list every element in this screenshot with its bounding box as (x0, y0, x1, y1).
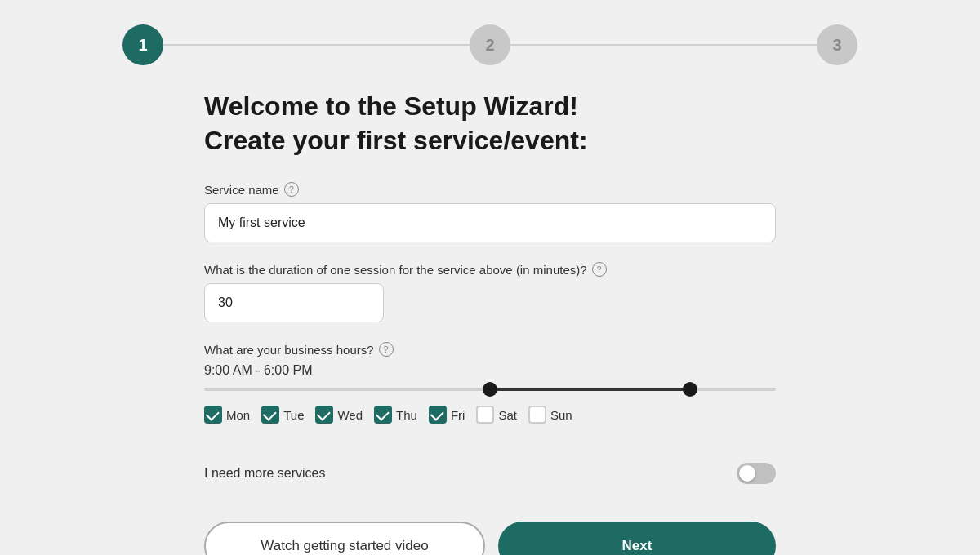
day-checkbox-wed[interactable] (315, 406, 333, 424)
time-range-display: 9:00 AM - 6:00 PM (204, 363, 776, 378)
day-label-sun: Sun (550, 408, 572, 422)
step-line-1 (163, 44, 470, 46)
slider-fill (490, 388, 690, 391)
wizard-title: Welcome to the Setup Wizard! Create your… (204, 90, 588, 158)
button-row: Watch getting started video Next (204, 522, 776, 555)
main-content: Welcome to the Setup Wizard! Create your… (204, 90, 776, 513)
business-hours-field: What are your business hours? ? 9:00 AM … (204, 342, 776, 443)
day-label-wed: Wed (337, 408, 363, 422)
stepper: 1 2 3 (122, 24, 858, 65)
step-2[interactable]: 2 (470, 24, 510, 65)
day-item-mon: Mon (204, 406, 250, 424)
day-checkbox-fri[interactable] (429, 406, 447, 424)
service-name-help-icon[interactable]: ? (284, 182, 299, 197)
more-services-toggle[interactable] (737, 463, 776, 484)
duration-input[interactable] (204, 283, 384, 322)
day-item-fri: Fri (429, 406, 466, 424)
day-checkbox-tue[interactable] (261, 406, 279, 424)
day-label-thu: Thu (396, 408, 417, 422)
day-label-mon: Mon (226, 408, 250, 422)
next-button[interactable]: Next (498, 522, 776, 555)
duration-help-icon[interactable]: ? (592, 262, 607, 277)
business-hours-help-icon[interactable]: ? (379, 342, 394, 357)
day-item-wed: Wed (315, 406, 363, 424)
duration-field: What is the duration of one session for … (204, 262, 776, 322)
day-checkbox-mon[interactable] (204, 406, 222, 424)
day-item-sat: Sat (476, 406, 517, 424)
slider-thumb-start[interactable] (483, 382, 497, 397)
duration-label: What is the duration of one session for … (204, 262, 776, 277)
day-item-thu: Thu (374, 406, 417, 424)
step-1[interactable]: 1 (122, 24, 163, 65)
days-row: MonTueWedThuFriSatSun (204, 406, 776, 424)
day-item-tue: Tue (261, 406, 304, 424)
day-checkbox-sun[interactable] (528, 406, 546, 424)
step-line-2 (510, 44, 817, 46)
step-3[interactable]: 3 (817, 24, 858, 65)
business-hours-label: What are your business hours? ? (204, 342, 776, 357)
more-services-row: I need more services (204, 463, 776, 484)
more-services-label: I need more services (204, 466, 326, 481)
slider-track (204, 388, 776, 391)
day-label-fri: Fri (451, 408, 466, 422)
service-name-input[interactable] (204, 203, 776, 242)
day-item-sun: Sun (528, 406, 572, 424)
toggle-knob (739, 465, 755, 482)
service-name-label: Service name ? (204, 182, 776, 197)
watch-video-button[interactable]: Watch getting started video (204, 522, 485, 555)
day-checkbox-thu[interactable] (374, 406, 392, 424)
time-range-slider[interactable] (204, 388, 776, 391)
day-label-sat: Sat (498, 408, 517, 422)
day-label-tue: Tue (283, 408, 304, 422)
service-name-field: Service name ? (204, 182, 776, 242)
slider-thumb-end[interactable] (683, 382, 697, 397)
day-checkbox-sat[interactable] (476, 406, 494, 424)
